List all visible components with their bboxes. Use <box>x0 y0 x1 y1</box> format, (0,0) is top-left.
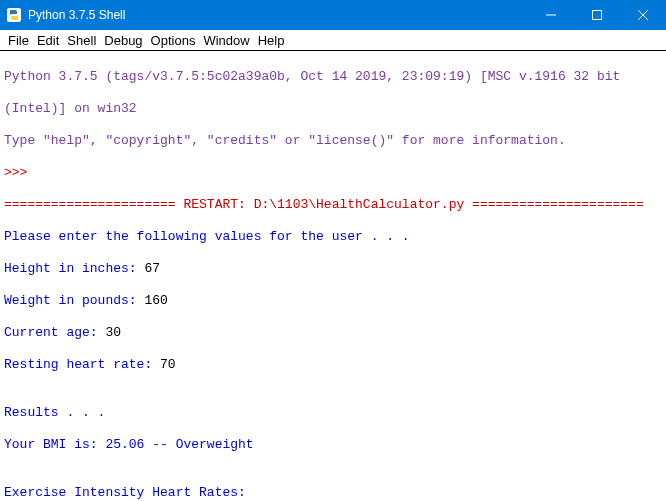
rhr-line: Resting heart rate: 70 <box>4 357 662 373</box>
bmi-line: Your BMI is: 25.06 -- Overweight <box>4 437 662 453</box>
menu-debug[interactable]: Debug <box>100 33 146 48</box>
console-area[interactable]: Python 3.7.5 (tags/v3.7.5:5c02a39a0b, Oc… <box>0 51 666 501</box>
exercise-header: Exercise Intensity Heart Rates: <box>4 485 662 501</box>
menu-edit[interactable]: Edit <box>33 33 63 48</box>
close-button[interactable] <box>620 0 666 30</box>
minimize-button[interactable] <box>528 0 574 30</box>
restart-banner: ====================== RESTART: D:\1103\… <box>4 197 662 213</box>
menu-help[interactable]: Help <box>254 33 289 48</box>
menu-file[interactable]: File <box>4 33 33 48</box>
age-line: Current age: 30 <box>4 325 662 341</box>
prompt-user-line: Please enter the following values for th… <box>4 229 662 245</box>
weight-line: Weight in pounds: 160 <box>4 293 662 309</box>
menubar: File Edit Shell Debug Options Window Hel… <box>0 30 666 51</box>
menu-shell[interactable]: Shell <box>63 33 100 48</box>
window-title: Python 3.7.5 Shell <box>28 8 125 22</box>
menu-options[interactable]: Options <box>147 33 200 48</box>
titlebar[interactable]: Python 3.7.5 Shell <box>0 0 666 30</box>
results-header: Results . . . <box>4 405 662 421</box>
window-controls <box>528 0 666 30</box>
python-idle-icon <box>6 7 22 23</box>
python-version-line1: Python 3.7.5 (tags/v3.7.5:5c02a39a0b, Oc… <box>4 69 662 85</box>
maximize-button[interactable] <box>574 0 620 30</box>
height-line: Height in inches: 67 <box>4 261 662 277</box>
python-help-line: Type "help", "copyright", "credits" or "… <box>4 133 662 149</box>
python-version-line2: (Intel)] on win32 <box>4 101 662 117</box>
prompt: >>> <box>4 165 662 181</box>
menu-window[interactable]: Window <box>199 33 253 48</box>
svg-rect-2 <box>593 11 602 20</box>
